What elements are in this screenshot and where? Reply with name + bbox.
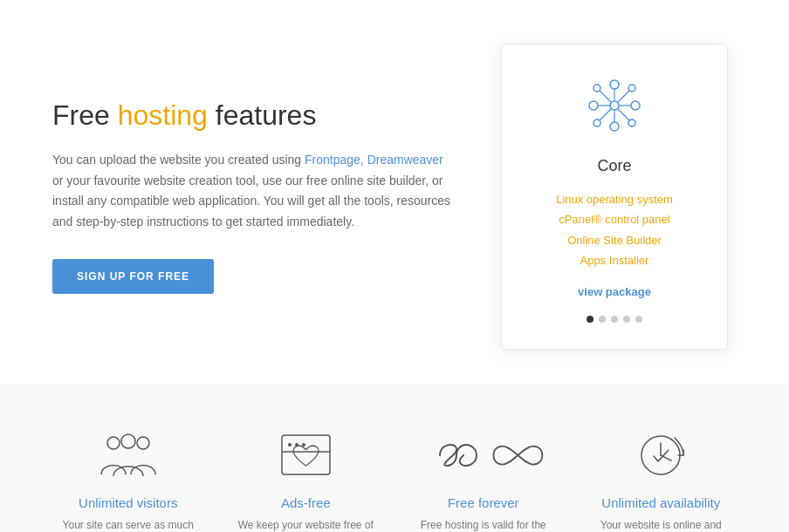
svg-point-4 <box>631 101 640 110</box>
visitors-icon <box>98 429 159 481</box>
feature-unlimited-availability: Unlimited availability Your website is o… <box>586 429 738 532</box>
main-wrapper: Free hosting features You can upload the… <box>0 0 789 532</box>
dot-4[interactable] <box>623 316 630 323</box>
dot-1[interactable] <box>587 316 593 323</box>
svg-line-15 <box>600 109 611 120</box>
svg-point-0 <box>610 101 619 110</box>
heading-highlight-hosting: hosting <box>118 99 208 131</box>
svg-point-8 <box>628 119 635 126</box>
view-package-link[interactable]: view package <box>537 285 692 298</box>
free-forever-title: Free forever <box>408 495 559 510</box>
feature-item-2: cPanel® control panel <box>537 209 692 229</box>
heading-part2: features <box>208 99 317 131</box>
card-wrapper: Core Linux operating system cPanel® cont… <box>492 44 737 350</box>
core-icon <box>537 71 692 143</box>
svg-point-1 <box>610 80 619 89</box>
card-features-list: Linux operating system cPanel® control p… <box>537 189 692 271</box>
svg-point-5 <box>593 85 600 92</box>
feature-ads-free: Ads-free We keep your website free of li… <box>230 429 382 532</box>
page-heading: Free hosting features <box>52 99 457 132</box>
dot-3[interactable] <box>611 316 618 323</box>
feature-item-1: Linux operating system <box>537 189 692 209</box>
unlimited-visitors-desc: Your site can serve as much visitors as … <box>52 517 204 532</box>
features-grid: Unlimited visitors Your site can serve a… <box>52 429 737 532</box>
ads-free-desc: We keep your website free of links, bann… <box>230 517 382 532</box>
card-title: Core <box>537 157 692 175</box>
unlimited-availability-desc: Your website is online and available for… <box>586 517 738 532</box>
svg-line-13 <box>600 91 611 102</box>
dot-5[interactable] <box>635 316 642 323</box>
heading-part1: Free <box>52 99 118 131</box>
svg-point-17 <box>107 437 120 449</box>
ads-free-title: Ads-free <box>230 495 382 510</box>
unlimited-availability-title: Unlimited availability <box>586 495 738 510</box>
feature-item-4: Apps Installer <box>537 250 692 270</box>
free-forever-icon <box>453 429 514 481</box>
svg-rect-20 <box>282 435 330 474</box>
svg-point-3 <box>589 101 598 110</box>
feature-card: Core Linux operating system cPanel® cont… <box>501 44 728 350</box>
feature-free-forever: Free forever Free hosting is valid for t… <box>408 429 559 532</box>
svg-point-18 <box>121 434 135 448</box>
svg-point-23 <box>302 443 305 447</box>
feature-item-3: Online Site Builder <box>537 230 692 250</box>
svg-point-2 <box>610 122 619 131</box>
bottom-section: Unlimited visitors Your site can serve a… <box>0 385 789 532</box>
left-content: Free hosting features You can upload the… <box>52 99 457 294</box>
svg-point-6 <box>628 85 635 92</box>
svg-line-14 <box>618 91 629 102</box>
signup-button[interactable]: SIGN UP FOR FREE <box>52 259 214 294</box>
unlimited-availability-icon <box>630 429 691 481</box>
feature-unlimited-visitors: Unlimited visitors Your site can serve a… <box>52 429 204 532</box>
ads-free-icon <box>275 429 336 481</box>
dot-2[interactable] <box>599 316 606 323</box>
svg-point-7 <box>593 119 600 126</box>
unlimited-visitors-title: Unlimited visitors <box>52 495 204 510</box>
svg-point-19 <box>137 437 149 449</box>
svg-line-16 <box>618 109 629 120</box>
svg-point-21 <box>288 443 292 447</box>
frontpage-link: Frontpage, Dreamweaver <box>305 153 443 167</box>
top-section: Free hosting features You can upload the… <box>0 0 789 385</box>
description-text: You can upload the website you created u… <box>52 150 457 233</box>
free-forever-desc: Free hosting is valid for the entire lif… <box>408 517 559 532</box>
card-pagination-dots <box>537 316 692 323</box>
